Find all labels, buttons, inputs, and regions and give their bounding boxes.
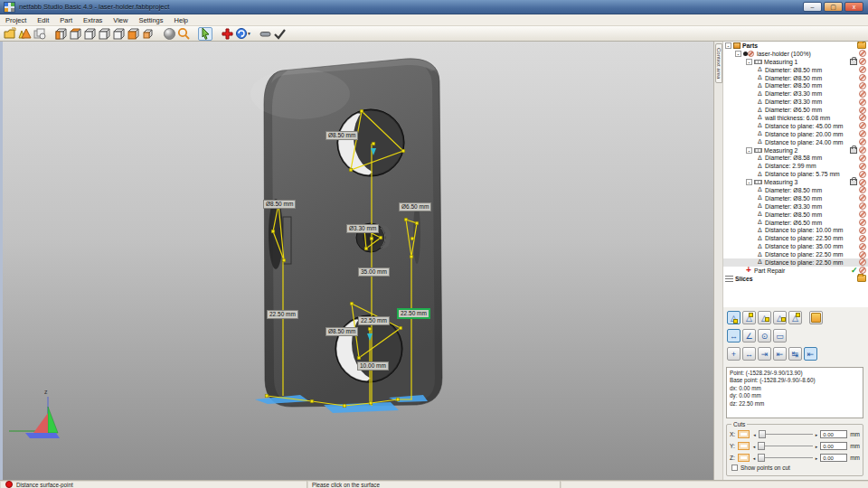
view-cube-small-icon[interactable] — [140, 27, 155, 41]
tree-row[interactable]: -Measuring 2 — [723, 146, 868, 155]
tree-row[interactable]: Diameter: Ø6.50 mm — [723, 219, 868, 227]
tree-row[interactable]: Distance to plane: 22.50 mm — [723, 234, 868, 242]
expand-toggle-icon[interactable]: - — [746, 59, 752, 65]
circle-icon[interactable] — [859, 122, 866, 129]
slider-left-arrow[interactable]: ◂ — [753, 455, 756, 461]
slider-handle[interactable] — [758, 454, 765, 462]
tree-row[interactable]: Distance to plane: 35.00 mm — [723, 242, 868, 250]
distance-point-point-button[interactable]: ↔ — [742, 347, 756, 361]
measurement-label[interactable]: Ø8.50 mm — [326, 327, 358, 336]
measure-settings-button[interactable] — [809, 311, 823, 324]
measure-angle-button[interactable]: ∠ — [742, 329, 756, 343]
circle-icon[interactable] — [859, 267, 866, 274]
circle-icon[interactable] — [859, 179, 866, 186]
view-cube-top-icon[interactable] — [68, 27, 82, 41]
menu-view[interactable]: View — [108, 16, 133, 24]
menu-settings[interactable]: Settings — [133, 16, 168, 24]
render-sphere-icon[interactable] — [162, 27, 176, 41]
add-part-icon[interactable] — [17, 27, 32, 41]
repair-dropdown-icon[interactable]: ▼ — [247, 31, 251, 36]
cut-value-input[interactable]: 0.00 — [820, 442, 847, 450]
cut-value-input[interactable]: 0.00 — [820, 454, 847, 462]
circle-icon[interactable] — [859, 90, 866, 98]
circle-icon[interactable] — [859, 50, 866, 57]
circle-icon[interactable] — [859, 171, 866, 178]
menu-project[interactable]: Project — [0, 16, 32, 24]
menu-help[interactable]: Help — [169, 16, 193, 24]
circle-icon[interactable] — [859, 235, 866, 242]
circle-icon[interactable] — [859, 155, 866, 162]
measure-corner-button[interactable]: △ — [788, 311, 802, 324]
slider-handle[interactable] — [759, 430, 766, 438]
menu-extras[interactable]: Extras — [78, 16, 108, 24]
cut-slider[interactable] — [758, 446, 812, 446]
view-cube-front-icon[interactable] — [126, 27, 140, 41]
measure-surface-button[interactable]: △ — [758, 311, 771, 324]
maximize-button[interactable]: ▢ — [824, 2, 843, 12]
tree-row[interactable]: Distance to plane: 22.50 mm — [723, 250, 868, 258]
measure-point-button[interactable]: △ — [727, 311, 741, 324]
tree-row[interactable]: Slices — [723, 275, 868, 283]
measure-radius-button[interactable]: ⊙ — [758, 329, 771, 343]
measurement-label[interactable]: 22.50 mm — [358, 316, 390, 325]
tree-row[interactable]: Diameter: Ø3.30 mm — [723, 89, 868, 98]
measurement-label[interactable]: Ø8.50 mm — [263, 200, 296, 209]
tree-row[interactable]: Distance to plane: 22.50 mm — [723, 258, 868, 267]
circle-icon[interactable] — [859, 227, 866, 234]
tree-row[interactable]: -laser-holder (100%) — [723, 50, 868, 58]
measurement-label[interactable]: Ø3.30 mm — [346, 224, 379, 233]
measure-distance-button[interactable]: ↔ — [727, 329, 741, 343]
tree-row[interactable]: wall thickness: 6.08 mm — [723, 114, 868, 122]
tree-row[interactable]: -Parts — [723, 42, 868, 50]
measurement-label-selected[interactable]: 22.50 mm — [397, 308, 430, 319]
circle-icon[interactable] — [859, 211, 866, 218]
slider-left-arrow[interactable]: ◂ — [753, 444, 756, 449]
viewport-3d[interactable]: z Ø8.50 mm Ø8.50 mm Ø3.30 mm Ø6.50 mm 35… — [0, 42, 713, 480]
tree-row[interactable]: -Measuring 3 — [723, 178, 868, 186]
expand-toggle-icon[interactable]: - — [725, 42, 731, 49]
cut-enable-button[interactable] — [738, 430, 750, 438]
circle-icon[interactable] — [859, 163, 866, 170]
menu-edit[interactable]: Edit — [32, 16, 54, 24]
tree-row[interactable]: Diameter: Ø3.30 mm — [723, 202, 868, 211]
view-cube-2-icon[interactable] — [97, 27, 111, 41]
tree-row[interactable]: Diameter: Ø8.50 mm — [723, 186, 868, 194]
context-area-tab[interactable]: Context area — [715, 43, 722, 83]
distance-point-surface-button[interactable]: ⇥ — [758, 347, 771, 361]
expand-toggle-icon[interactable]: - — [746, 179, 752, 185]
circle-icon[interactable] — [859, 114, 866, 121]
copy-part-icon[interactable] — [32, 27, 46, 41]
cut-slider[interactable] — [758, 457, 812, 458]
show-points-checkbox[interactable] — [731, 465, 738, 471]
expand-toggle-icon[interactable]: - — [735, 51, 741, 57]
minimize-button[interactable]: – — [803, 2, 822, 12]
select-cursor-icon[interactable] — [198, 27, 212, 41]
folder-icon[interactable] — [857, 275, 866, 282]
measure-edge-point-button[interactable]: △ — [773, 311, 787, 324]
circle-icon[interactable] — [859, 219, 866, 226]
circle-icon[interactable] — [859, 74, 866, 81]
circle-icon[interactable] — [859, 251, 866, 258]
open-project-icon[interactable] — [3, 27, 17, 41]
circle-icon[interactable] — [859, 202, 866, 210]
cut-value-input[interactable]: 0.00 — [820, 430, 847, 438]
distance-surface-point-button[interactable]: ⇤ — [773, 347, 787, 361]
expand-toggle-icon[interactable]: - — [746, 147, 752, 154]
view-cube-left-icon[interactable] — [53, 27, 68, 41]
circle-icon[interactable] — [859, 186, 866, 193]
circle-icon[interactable] — [859, 130, 866, 137]
measurement-label[interactable]: 10.00 mm — [357, 361, 389, 371]
tree-row[interactable]: Distance to plane: 45.00 mm — [723, 122, 868, 130]
close-button[interactable]: x — [844, 2, 863, 12]
tree-row[interactable]: Diameter: Ø8.58 mm — [723, 154, 868, 162]
folder-icon[interactable] — [857, 42, 866, 49]
measurement-label[interactable]: Ø8.50 mm — [326, 131, 358, 140]
tree-row[interactable]: Diameter: Ø8.50 mm — [723, 211, 868, 219]
menu-bar[interactable]: ProjectEditPartExtrasViewSettingsHelp — [0, 14, 868, 26]
tree-row[interactable]: Diameter: Ø8.50 mm — [723, 81, 868, 89]
tree-row[interactable]: Diameter: Ø8.50 mm — [723, 74, 868, 82]
menu-part[interactable]: Part — [54, 16, 78, 24]
slider-handle[interactable] — [758, 442, 765, 450]
tree-row[interactable]: Diameter: Ø8.50 mm — [723, 194, 868, 202]
view-cube-3-icon[interactable] — [111, 27, 126, 41]
